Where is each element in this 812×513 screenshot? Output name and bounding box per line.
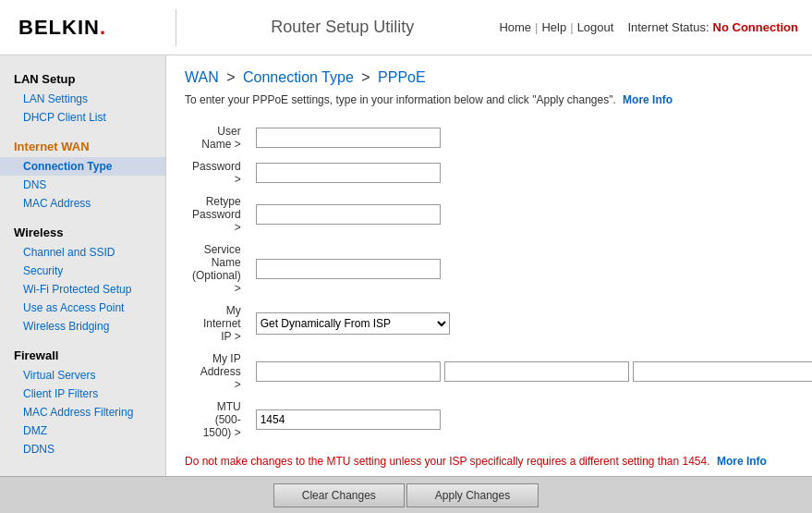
intro-more-info-link[interactable]: More Info (623, 93, 673, 106)
form-table: User Name > Password > Retype Password > (185, 120, 812, 444)
ip-octet-2[interactable] (444, 361, 629, 382)
internet-status-label: Internet Status: (627, 20, 709, 34)
notice-content: Do not make changes to the MTU setting u… (185, 455, 710, 468)
breadcrumb-pppoe: PPPoE (378, 69, 426, 85)
sidebar-item-dmz[interactable]: DMZ (0, 421, 165, 440)
layout: LAN Setup LAN Settings DHCP Client List … (0, 55, 812, 513)
breadcrumb-connection-type[interactable]: Connection Type (243, 69, 354, 85)
my-internet-ip-select[interactable]: Get Dynamically From ISP Use Static IP (256, 312, 450, 335)
sidebar-item-virtual-servers[interactable]: Virtual Servers (0, 366, 165, 385)
retype-password-field-cell (248, 190, 812, 238)
intro-content: To enter your PPPoE settings, type in yo… (185, 93, 616, 106)
username-input[interactable] (256, 128, 441, 148)
password-field-cell (248, 155, 812, 190)
table-row: MTU (500-1500) > (185, 396, 812, 444)
bc-sep-2: > (361, 69, 374, 85)
logout-link[interactable]: Logout (577, 20, 614, 34)
sidebar-item-dhcp-client-list[interactable]: DHCP Client List (0, 108, 165, 127)
ip-octet-3[interactable] (633, 361, 812, 382)
table-row: User Name > (185, 120, 812, 155)
retype-password-input[interactable] (256, 204, 441, 225)
table-row: Password > (185, 155, 812, 190)
sidebar-item-channel-ssid[interactable]: Channel and SSID (0, 243, 165, 262)
header-divider (176, 9, 176, 46)
sidebar-section-lan: LAN Setup (0, 65, 165, 90)
sidebar-item-connection-type[interactable]: Connection Type (0, 157, 165, 176)
router-title: Router Setup Utility (186, 18, 499, 37)
breadcrumb: WAN > Connection Type > PPPoE (185, 69, 794, 86)
nav-sep-1: | (535, 20, 538, 34)
buttons-area: Clear Changes Apply Changes (0, 476, 812, 513)
content-area: LAN Setup LAN Settings DHCP Client List … (0, 55, 812, 513)
table-row: My IP Address > (185, 348, 812, 396)
sidebar-item-mac-address[interactable]: MAC Address (0, 194, 165, 213)
password-input[interactable] (256, 163, 441, 183)
internet-status-value: No Connection (713, 20, 798, 34)
bc-sep-1: > (226, 69, 239, 85)
username-field-cell (248, 120, 812, 155)
home-link[interactable]: Home (499, 20, 531, 34)
sidebar-section-firewall: Firewall (0, 341, 165, 366)
sidebar-item-client-ip-filters[interactable]: Client IP Filters (0, 385, 165, 403)
mtu-label: MTU (500-1500) > (185, 396, 248, 444)
my-internet-ip-label: My Internet IP > (185, 299, 248, 348)
table-row: Retype Password > (185, 190, 812, 238)
my-ip-address-label: My IP Address > (185, 348, 248, 396)
ip-octet-1[interactable] (256, 361, 441, 382)
sidebar-item-security[interactable]: Security (0, 262, 165, 280)
service-name-label: Service Name (Optional) > (185, 238, 248, 299)
header: BELKIN. Router Setup Utility Home | Help… (0, 0, 812, 55)
mtu-cell (248, 396, 812, 444)
intro-text: To enter your PPPoE settings, type in yo… (185, 93, 794, 106)
retype-password-label: Retype Password > (185, 190, 248, 238)
notice-more-info-link[interactable]: More Info (717, 455, 767, 468)
table-row: Service Name (Optional) > (185, 238, 812, 299)
clear-changes-button[interactable]: Clear Changes (273, 483, 405, 507)
sidebar-item-lan-settings[interactable]: LAN Settings (0, 90, 165, 108)
sidebar-section-wan: Internet WAN (0, 132, 165, 157)
sidebar-section-wireless: Wireless (0, 218, 165, 243)
nav-sep-2: | (570, 20, 573, 34)
logo-area: BELKIN. (0, 16, 166, 40)
service-name-field-cell (248, 238, 812, 299)
sidebar-item-access-point[interactable]: Use as Access Point (0, 299, 165, 317)
sidebar-item-mac-filtering[interactable]: MAC Address Filtering (0, 403, 165, 421)
notice-text: Do not make changes to the MTU setting u… (185, 453, 794, 470)
password-label: Password > (185, 155, 248, 190)
main-content: WAN > Connection Type > PPPoE To enter y… (166, 55, 812, 513)
username-label: User Name > (185, 120, 248, 155)
breadcrumb-wan[interactable]: WAN (185, 69, 219, 85)
my-ip-address-cell (248, 348, 812, 396)
my-internet-ip-cell: Get Dynamically From ISP Use Static IP (248, 299, 812, 348)
apply-changes-button[interactable]: Apply Changes (406, 483, 539, 507)
header-nav: Home | Help | Logout Internet Status: No… (499, 20, 798, 34)
ip-fields (256, 361, 812, 382)
logo: BELKIN. (18, 16, 106, 39)
table-row: My Internet IP > Get Dynamically From IS… (185, 299, 812, 348)
help-link[interactable]: Help (541, 20, 566, 34)
service-name-input[interactable] (256, 259, 441, 279)
mtu-input[interactable] (256, 409, 441, 430)
sidebar-item-wireless-bridging[interactable]: Wireless Bridging (0, 317, 165, 336)
sidebar: LAN Setup LAN Settings DHCP Client List … (0, 55, 166, 513)
sidebar-item-ddns[interactable]: DDNS (0, 440, 165, 458)
sidebar-item-wifi-protected[interactable]: Wi-Fi Protected Setup (0, 280, 165, 299)
sidebar-item-dns[interactable]: DNS (0, 176, 165, 194)
